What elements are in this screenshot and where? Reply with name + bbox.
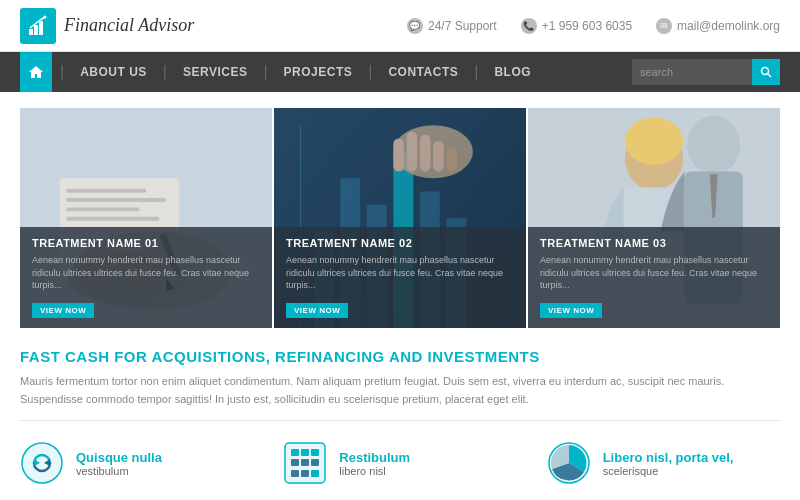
logo-text: Financial Advisor bbox=[64, 15, 194, 36]
card-2: TREATMENT NAME 02 Aenean nonummy hendrer… bbox=[274, 108, 526, 328]
nav-divider-5: | bbox=[474, 63, 478, 81]
support-contact: 💬 24/7 Support bbox=[407, 18, 497, 34]
headline-title: FAST CASH FOR ACQUISITIONS, REFINANCING … bbox=[20, 348, 780, 365]
svg-rect-46 bbox=[291, 459, 299, 466]
svg-rect-45 bbox=[311, 449, 319, 456]
svg-point-39 bbox=[22, 443, 62, 483]
top-bar: Financial Advisor 💬 24/7 Support 📞 +1 95… bbox=[0, 0, 800, 52]
support-label: 24/7 Support bbox=[428, 19, 497, 33]
svg-rect-44 bbox=[301, 449, 309, 456]
svg-rect-48 bbox=[311, 459, 319, 466]
svg-point-4 bbox=[762, 68, 769, 75]
search-input[interactable] bbox=[632, 59, 752, 85]
email-icon: ✉ bbox=[656, 18, 672, 34]
card-3-title: TREATMENT NAME 03 bbox=[540, 237, 768, 249]
svg-rect-9 bbox=[66, 198, 165, 202]
logo-icon bbox=[20, 8, 56, 44]
nav-search-area bbox=[632, 59, 780, 85]
feature-2-title: Restibulum bbox=[339, 450, 410, 465]
svg-rect-1 bbox=[34, 25, 38, 35]
feature-2-text: Restibulum libero nisl bbox=[339, 450, 410, 477]
feature-2-icon bbox=[283, 441, 327, 485]
feature-2-subtitle: libero nisl bbox=[339, 465, 410, 477]
card-1-overlay: TREATMENT NAME 01 Aenean nonummy hendrer… bbox=[20, 227, 272, 328]
phone-contact: 📞 +1 959 603 6035 bbox=[521, 18, 632, 34]
svg-rect-50 bbox=[301, 470, 309, 477]
logo-area: Financial Advisor bbox=[20, 8, 407, 44]
feature-3-title: Libero nisl, porta vel, bbox=[603, 450, 734, 465]
svg-point-37 bbox=[625, 117, 683, 165]
nav-divider-3: | bbox=[263, 63, 267, 81]
feature-2: Restibulum libero nisl bbox=[283, 441, 516, 485]
feature-1-text: Quisque nulla vestibulum bbox=[76, 450, 162, 477]
nav-item-about-us[interactable]: ABOUT US bbox=[68, 52, 159, 92]
nav-divider-1: | bbox=[60, 63, 64, 81]
headline-text: Mauris fermentum tortor non enim aliquet… bbox=[20, 373, 780, 408]
svg-rect-8 bbox=[66, 189, 146, 193]
email-label: mail@demolink.org bbox=[677, 19, 780, 33]
phone-icon: 📞 bbox=[521, 18, 537, 34]
svg-rect-10 bbox=[66, 207, 139, 211]
card-2-overlay: TREATMENT NAME 02 Aenean nonummy hendrer… bbox=[274, 227, 526, 328]
svg-rect-11 bbox=[66, 217, 159, 221]
feature-3-icon bbox=[547, 441, 591, 485]
contact-info: 💬 24/7 Support 📞 +1 959 603 6035 ✉ mail@… bbox=[407, 18, 780, 34]
cards-container: TREATMENT NAME 01 Aenean nonummy hendrer… bbox=[20, 108, 780, 328]
svg-rect-51 bbox=[311, 470, 319, 477]
search-button[interactable] bbox=[752, 59, 780, 85]
feature-1: Quisque nulla vestibulum bbox=[20, 441, 253, 485]
feature-1-icon bbox=[20, 441, 64, 485]
card-1-title: TREATMENT NAME 01 bbox=[32, 237, 260, 249]
svg-rect-47 bbox=[301, 459, 309, 466]
card-1-btn[interactable]: VIEW NOW bbox=[32, 303, 94, 318]
card-3: TREATMENT NAME 03 Aenean nonummy hendrer… bbox=[528, 108, 780, 328]
card-1: TREATMENT NAME 01 Aenean nonummy hendrer… bbox=[20, 108, 272, 328]
card-2-title: TREATMENT NAME 02 bbox=[286, 237, 514, 249]
nav-home-button[interactable] bbox=[20, 52, 52, 92]
nav-bar: | ABOUT US | SERVICES | PROJECTS | CONTA… bbox=[0, 52, 800, 92]
email-contact: ✉ mail@demolink.org bbox=[656, 18, 780, 34]
headline-section: FAST CASH FOR ACQUISITIONS, REFINANCING … bbox=[20, 348, 780, 408]
svg-rect-2 bbox=[39, 21, 43, 35]
features-section: Quisque nulla vestibulum bbox=[20, 431, 780, 485]
card-1-desc: Aenean nonummy hendrerit mau phasellus n… bbox=[32, 254, 260, 292]
nav-item-blog[interactable]: BLOG bbox=[482, 52, 543, 92]
card-3-overlay: TREATMENT NAME 03 Aenean nonummy hendrer… bbox=[528, 227, 780, 328]
feature-3-subtitle: scelerisque bbox=[603, 465, 734, 477]
svg-rect-0 bbox=[29, 29, 33, 35]
svg-line-5 bbox=[768, 74, 772, 78]
card-3-desc: Aenean nonummy hendrerit mau phasellus n… bbox=[540, 254, 768, 292]
svg-rect-49 bbox=[291, 470, 299, 477]
card-3-btn[interactable]: VIEW NOW bbox=[540, 303, 602, 318]
support-icon: 💬 bbox=[407, 18, 423, 34]
card-2-btn[interactable]: VIEW NOW bbox=[286, 303, 348, 318]
svg-rect-43 bbox=[291, 449, 299, 456]
nav-item-contacts[interactable]: CONTACTS bbox=[376, 52, 470, 92]
nav-divider-2: | bbox=[163, 63, 167, 81]
main-content: TREATMENT NAME 01 Aenean nonummy hendrer… bbox=[0, 92, 800, 500]
features-divider bbox=[20, 420, 780, 421]
nav-divider-4: | bbox=[368, 63, 372, 81]
feature-3: Libero nisl, porta vel, scelerisque bbox=[547, 441, 780, 485]
phone-label: +1 959 603 6035 bbox=[542, 19, 632, 33]
feature-1-title: Quisque nulla bbox=[76, 450, 162, 465]
svg-point-3 bbox=[44, 15, 47, 18]
nav-item-services[interactable]: SERVICES bbox=[171, 52, 259, 92]
card-2-desc: Aenean nonummy hendrerit mau phasellus n… bbox=[286, 254, 514, 292]
feature-3-text: Libero nisl, porta vel, scelerisque bbox=[603, 450, 734, 477]
svg-point-33 bbox=[687, 116, 740, 174]
feature-1-subtitle: vestibulum bbox=[76, 465, 162, 477]
nav-item-projects[interactable]: PROJECTS bbox=[272, 52, 365, 92]
